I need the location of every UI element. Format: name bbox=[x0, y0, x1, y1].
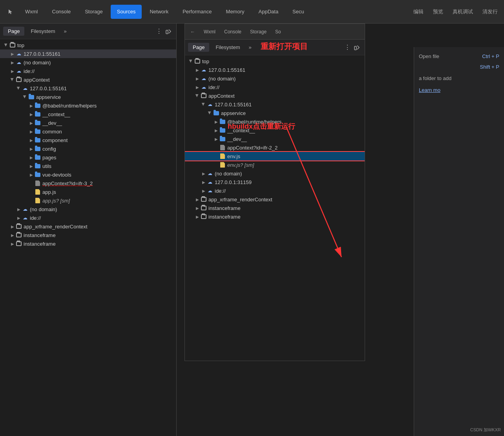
otree-item-top[interactable]: ▶ top bbox=[185, 57, 365, 66]
otree-item-ide1[interactable]: ▶ ☁ ide:// bbox=[185, 83, 365, 91]
overlay-more-tabs[interactable]: » bbox=[247, 44, 254, 51]
label-context: __context__ bbox=[42, 111, 70, 117]
tab-memory[interactable]: Memory bbox=[220, 5, 251, 19]
cloud-icon-nd2: ☁ bbox=[22, 206, 28, 212]
overlay-tab-back[interactable]: ← bbox=[186, 27, 199, 36]
tree-item-appcontextfile[interactable]: ▶ appContext?id=ifr-3_2 bbox=[0, 179, 176, 188]
tree-item-instanceframe2[interactable]: ▶ instanceframe bbox=[0, 239, 176, 248]
overlay-tab-storage[interactable]: Storage bbox=[246, 27, 270, 36]
label-appjs: app.js bbox=[42, 189, 56, 195]
otree-item-babel[interactable]: ▶ @babel/runtime/helpers bbox=[185, 117, 365, 126]
panel-menu[interactable]: ⋮ bbox=[156, 27, 162, 35]
ocloud-icon-nd1: ☁ bbox=[201, 75, 207, 82]
otree-item-appservice[interactable]: ▶ appservice bbox=[185, 109, 365, 117]
oarrow-ip2: ▶ bbox=[201, 101, 207, 108]
olabel-babel: @babel/runtime/helpers bbox=[227, 119, 281, 125]
folder-blue-icon-dev bbox=[35, 120, 41, 126]
tree-item-dev[interactable]: ▶ __dev__ bbox=[0, 119, 176, 127]
otree-item-appcontextfile[interactable]: ▶ appContext?id=ifr-2_2 bbox=[185, 143, 365, 152]
preview-btn[interactable]: 预览 bbox=[430, 7, 446, 17]
folder-blue-icon-pages bbox=[35, 154, 41, 161]
tree-item-ide1[interactable]: ▶ ☁ ide:// bbox=[0, 67, 176, 75]
tree-item-context[interactable]: ▶ __context__ bbox=[0, 110, 176, 119]
tree-item-common[interactable]: ▶ common bbox=[0, 127, 176, 136]
tree-item-config[interactable]: ▶ config bbox=[0, 144, 176, 153]
tree-item-appcontext[interactable]: ▶ appContext bbox=[0, 75, 176, 84]
tree-item-component[interactable]: ▶ component bbox=[0, 136, 176, 144]
tree-item-top[interactable]: ▶ top bbox=[0, 41, 176, 49]
ofolder-blue-icon-context bbox=[219, 127, 226, 133]
debug-btn[interactable]: 真机调试 bbox=[449, 7, 476, 17]
otree-item-ide2[interactable]: ▶ ☁ ide:// bbox=[185, 186, 365, 195]
tab-wxml[interactable]: Wxml bbox=[19, 5, 44, 19]
collapse-btn[interactable] bbox=[164, 27, 173, 36]
otree-item-instanceframe2[interactable]: ▶ instanceframe bbox=[185, 212, 365, 221]
edit-btn[interactable]: 编辑 bbox=[410, 7, 427, 17]
ofile-yellow-icon-envjssm bbox=[219, 162, 226, 168]
tab-secu[interactable]: Secu bbox=[286, 5, 310, 19]
otree-item-ip1[interactable]: ▶ ☁ 127.0.0.1:55161 bbox=[185, 66, 365, 74]
overlay-tab-console[interactable]: Console bbox=[220, 27, 245, 36]
overlay-tab-filesystem[interactable]: Filesystem bbox=[211, 43, 245, 52]
label-component: component bbox=[42, 137, 68, 143]
tree-item-appservice[interactable]: ▶ appservice bbox=[0, 93, 176, 101]
otree-item-nodomain2[interactable]: ▶ ☁ (no domain) bbox=[185, 169, 365, 178]
right-sidebar: Open file Ctrl + P Shift + P a folder to… bbox=[414, 47, 504, 436]
more-tabs[interactable]: » bbox=[62, 27, 69, 35]
main-layout: Page Filesystem » ⋮ ▶ top bbox=[0, 24, 504, 436]
tree-item-ip2[interactable]: ▶ ☁ 127.0.0.1:55161 bbox=[0, 84, 176, 93]
tree-item-appxrframe[interactable]: ▶ app_xrframe_renderContext bbox=[0, 222, 176, 231]
otree-item-ip2[interactable]: ▶ ☁ 127.0.0.1:55161 bbox=[185, 100, 365, 109]
olabel-nodomain2: (no domain) bbox=[215, 171, 242, 177]
folder-icon-instanceframe1 bbox=[16, 232, 22, 238]
left-panel: Page Filesystem » ⋮ ▶ top bbox=[0, 24, 177, 436]
otree-item-instanceframe1[interactable]: ▶ instanceframe bbox=[185, 204, 365, 212]
tree-item-ip1[interactable]: ▶ ☁ 127.0.0.1:55161 bbox=[0, 49, 176, 58]
otree-item-appxrframe[interactable]: ▶ app_xrframe_renderContext bbox=[185, 195, 365, 204]
otree-item-dev[interactable]: ▶ __dev__ bbox=[185, 135, 365, 143]
learn-more-link[interactable]: Learn mo bbox=[419, 87, 499, 93]
tree-item-pages[interactable]: ▶ pages bbox=[0, 153, 176, 162]
folder-blue-icon-component bbox=[35, 137, 41, 143]
tab-appdata[interactable]: AppData bbox=[252, 5, 285, 19]
overlay-collapse-btn[interactable] bbox=[352, 43, 362, 52]
overlay-tab-so[interactable]: So bbox=[271, 27, 285, 36]
overlay-tab-page[interactable]: Page bbox=[188, 43, 209, 52]
tree-item-ide2[interactable]: ▶ ☁ ide:// bbox=[0, 213, 176, 222]
overlay-panel-menu[interactable]: ⋮ bbox=[344, 44, 351, 51]
overlay-tab-wxml[interactable]: Wxml bbox=[200, 27, 219, 36]
oarrow-instanceframe1: ▶ bbox=[194, 205, 201, 211]
oarrow-dev: ▶ bbox=[213, 136, 219, 142]
tree-item-nodomain2[interactable]: ▶ ☁ (no domain) bbox=[0, 205, 176, 213]
tree-item-appjssm[interactable]: ▶ app.js? [sm] bbox=[0, 196, 176, 205]
tab-page[interactable]: Page bbox=[3, 27, 24, 36]
tab-console[interactable]: Console bbox=[46, 5, 77, 19]
tree-item-babel[interactable]: ▶ @babel/runtime/helpers bbox=[0, 101, 176, 110]
tab-performance[interactable]: Performance bbox=[176, 5, 218, 19]
cursor-icon[interactable] bbox=[3, 5, 17, 19]
tree-item-nodomain1[interactable]: ▶ ☁ (no domain) bbox=[0, 58, 176, 67]
folder-blue-icon-context bbox=[35, 111, 41, 117]
tab-filesystem[interactable]: Filesystem bbox=[26, 27, 60, 36]
otree-item-appcontext[interactable]: ▶ appContext bbox=[185, 91, 365, 100]
label-ide1: ide:// bbox=[24, 68, 35, 74]
publish-btn[interactable]: 清发行 bbox=[479, 7, 501, 17]
olabel-instanceframe2: instanceframe bbox=[208, 214, 241, 220]
oarrow-ip3: ▶ bbox=[201, 179, 207, 185]
tab-sources[interactable]: Sources bbox=[111, 5, 142, 19]
otree-item-ip3[interactable]: ▶ ☁ 127.0.0.1:31159 bbox=[185, 178, 365, 186]
arrow-babel: ▶ bbox=[28, 102, 35, 109]
tree-item-instanceframe1[interactable]: ▶ instanceframe bbox=[0, 231, 176, 239]
tab-storage[interactable]: Storage bbox=[79, 5, 109, 19]
ofolder-icon-appxrframe bbox=[201, 196, 207, 202]
tree-item-utils[interactable]: ▶ utils bbox=[0, 162, 176, 170]
file-tree: ▶ top ▶ ☁ 127.0.0.1:55161 ▶ ☁ ( bbox=[0, 39, 176, 436]
tree-item-vuedevtools[interactable]: ▶ vue-devtools bbox=[0, 170, 176, 179]
otree-item-envjs[interactable]: ▶ env.js bbox=[185, 152, 365, 161]
otree-item-envjssm[interactable]: ▶ env.js? [sm] bbox=[185, 161, 365, 169]
tree-item-appjs[interactable]: ▶ app.js bbox=[0, 188, 176, 196]
otree-item-context[interactable]: ▶ __context__ bbox=[185, 126, 365, 135]
tab-network[interactable]: Network bbox=[143, 5, 175, 19]
arrow-top: ▶ bbox=[3, 42, 9, 48]
otree-item-nodomain1[interactable]: ▶ ☁ (no domain) bbox=[185, 74, 365, 83]
